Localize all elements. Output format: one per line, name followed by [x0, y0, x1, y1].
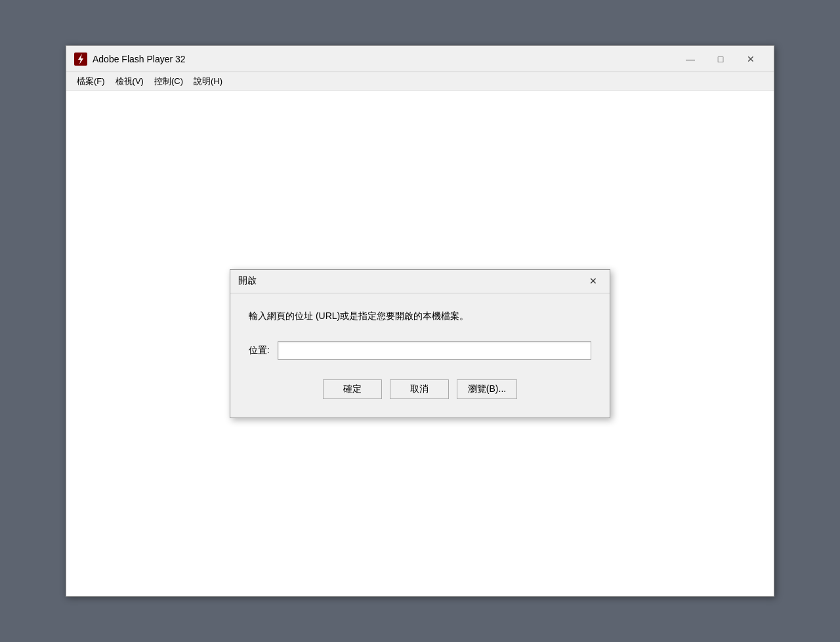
- ok-button[interactable]: 確定: [323, 379, 382, 399]
- location-input[interactable]: [278, 341, 591, 360]
- open-dialog: 開啟 ✕ 輸入網頁的位址 (URL)或是指定您要開啟的本機檔案。 位置: 確定 …: [230, 269, 610, 418]
- menu-view[interactable]: 檢視(V): [110, 74, 149, 89]
- dialog-buttons: 確定 取消 瀏覽(B)...: [249, 379, 591, 399]
- location-label: 位置:: [249, 345, 270, 356]
- menu-bar: 檔案(F) 檢視(V) 控制(C) 說明(H): [66, 72, 774, 91]
- window-close-button[interactable]: ✕: [736, 49, 766, 69]
- window-controls: — □ ✕: [675, 49, 766, 69]
- main-window: Adobe Flash Player 32 — □ ✕ 檔案(F) 檢視(V) …: [66, 45, 774, 597]
- dialog-title: 開啟: [238, 275, 585, 287]
- cancel-button[interactable]: 取消: [390, 379, 449, 399]
- dialog-field-row: 位置:: [249, 341, 591, 360]
- menu-file[interactable]: 檔案(F): [72, 74, 110, 89]
- flash-icon: [74, 53, 87, 66]
- window-title: Adobe Flash Player 32: [93, 54, 675, 64]
- minimize-button[interactable]: —: [675, 49, 705, 69]
- dialog-body: 輸入網頁的位址 (URL)或是指定您要開啟的本機檔案。 位置: 確定 取消 瀏覽…: [230, 293, 610, 417]
- dialog-overlay: 開啟 ✕ 輸入網頁的位址 (URL)或是指定您要開啟的本機檔案。 位置: 確定 …: [66, 91, 774, 596]
- dialog-description: 輸入網頁的位址 (URL)或是指定您要開啟的本機檔案。: [249, 309, 591, 323]
- dialog-title-bar: 開啟 ✕: [230, 270, 610, 293]
- menu-help[interactable]: 說明(H): [188, 74, 228, 89]
- dialog-close-button[interactable]: ✕: [585, 272, 602, 289]
- browse-button[interactable]: 瀏覽(B)...: [457, 379, 517, 399]
- menu-control[interactable]: 控制(C): [149, 74, 188, 89]
- maximize-button[interactable]: □: [705, 49, 736, 69]
- title-bar: Adobe Flash Player 32 — □ ✕: [66, 46, 774, 72]
- window-content: 開啟 ✕ 輸入網頁的位址 (URL)或是指定您要開啟的本機檔案。 位置: 確定 …: [66, 91, 774, 596]
